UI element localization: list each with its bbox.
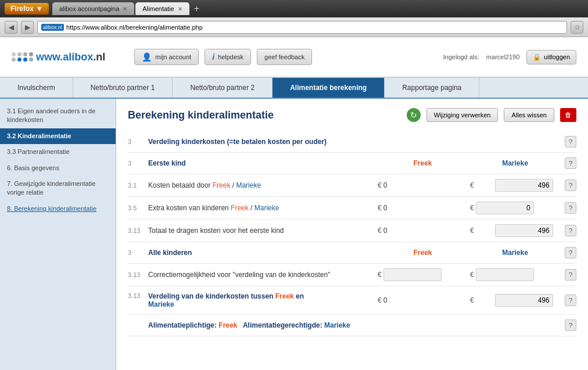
sidebar-item-eigen-aandeel[interactable]: 3.1 Eigen aandeel ouders in de kinderkos…	[0, 103, 116, 128]
new-tab-button[interactable]: +	[191, 2, 203, 15]
val-group-marieke: €	[470, 294, 560, 307]
browser-title-bar: Firefox ▼ alibox accountpagina ✕ Aliment…	[0, 0, 588, 17]
marieke-input[interactable]	[476, 202, 534, 214]
tab-alimentatie-close[interactable]: ✕	[178, 6, 182, 12]
delete-button[interactable]: 🗑	[560, 108, 576, 122]
delete-icon: 🗑	[565, 111, 572, 119]
sidebar-item-berekening[interactable]: 8. Berekening kinderalimentatie	[0, 201, 116, 217]
help-button[interactable]: ?	[565, 179, 576, 191]
tab-alibox-close[interactable]: ✕	[123, 6, 127, 12]
row-label: Kosten betaald door Freek / Marieke	[148, 181, 378, 189]
account-icon: 👤	[142, 52, 152, 62]
row-values: € 0 €	[378, 179, 560, 192]
val-group-freek: € 0	[378, 296, 468, 304]
row-label: Eerste kind	[148, 159, 378, 167]
help-button[interactable]: ?	[565, 157, 576, 169]
logo-dot	[17, 58, 21, 62]
freek-col-name: Freek	[378, 159, 468, 167]
refresh-icon: ↻	[410, 110, 417, 120]
help-button[interactable]: ?	[565, 136, 576, 148]
help-button[interactable]: ?	[565, 269, 576, 281]
page-title: Berekening kinderalimentatie	[128, 109, 401, 121]
logo-dot	[23, 52, 27, 56]
logo-dots	[12, 52, 34, 62]
freek-input[interactable]	[383, 268, 442, 281]
sidebar-item-basis-gegevens[interactable]: 6. Basis gegevens	[0, 160, 116, 176]
mijn-account-button[interactable]: 👤 mijn account	[134, 49, 199, 65]
tab-alimentatie-berekening[interactable]: Alimentatie berekening	[273, 78, 385, 98]
row-num: 3.5	[128, 204, 148, 211]
marieke-input[interactable]	[495, 224, 553, 237]
alles-wissen-button[interactable]: Alles wissen	[504, 108, 554, 122]
marieke-input[interactable]	[495, 294, 553, 307]
help-button[interactable]: ?	[565, 319, 576, 331]
mijn-account-label: mijn account	[155, 53, 191, 60]
logo: www.alibox.nl	[12, 51, 105, 63]
help-button[interactable]: ?	[565, 225, 576, 236]
marieke-col-name: Marieke	[470, 159, 560, 167]
helpdesk-button[interactable]: i helpdesk	[205, 49, 251, 65]
tab-netto-partner1[interactable]: Netto/bruto partner 1	[73, 78, 173, 98]
refresh-button[interactable]: ↻	[407, 108, 421, 122]
row-num: 3.13	[128, 271, 148, 278]
url-text: https://www.alibox.nl/berekening/aliment…	[66, 24, 203, 31]
lock-icon: 🔒	[533, 53, 541, 61]
freek-link[interactable]: Freek	[213, 181, 231, 189]
firefox-dropdown-icon: ▼	[36, 5, 43, 13]
row-num: 3.13	[128, 227, 148, 234]
val-group-marieke: €	[470, 224, 560, 237]
row-values: € 0 €	[378, 202, 560, 214]
val-group-marieke: €	[470, 179, 560, 192]
marieke-input[interactable]	[495, 179, 553, 192]
tab-alibox-label: alibox accountpagina	[59, 5, 119, 12]
sidebar-item-vorige-relatie[interactable]: 7. Gewijzigde kinderalimentatie vorige r…	[0, 176, 116, 201]
help-button[interactable]: ?	[565, 294, 576, 306]
row-label: Alle kinderen	[148, 249, 378, 257]
back-button[interactable]: ◀	[5, 21, 17, 34]
freek-link[interactable]: Freek	[275, 292, 294, 300]
tab-rapportage[interactable]: Rapportage pagina	[385, 78, 479, 98]
row-num: 3	[128, 160, 148, 167]
val-group-marieke: €	[470, 202, 560, 214]
row-3-1: 3.1 Kosten betaald door Freek / Marieke …	[128, 174, 576, 197]
tab-netto-partner2[interactable]: Netto/bruto partner 2	[173, 78, 273, 98]
url-bar[interactable]: alibox.nl https://www.alibox.nl/berekeni…	[37, 21, 567, 34]
firefox-button[interactable]: Firefox ▼	[5, 3, 49, 15]
forward-button[interactable]: ▶	[21, 21, 34, 34]
val-group-marieke: €	[470, 268, 560, 281]
sidebar-item-partneralimentatie[interactable]: 3.3 Partneralimentatie	[0, 144, 116, 160]
logout-button[interactable]: 🔒 uitloggen	[526, 50, 576, 64]
help-button[interactable]: ?	[565, 202, 576, 214]
wijziging-verwerken-button[interactable]: Wijziging verwerken	[426, 108, 499, 122]
marieke-input[interactable]	[476, 268, 534, 281]
marieke-link[interactable]: Marieke	[254, 204, 279, 212]
alimentatieplichtige-link[interactable]: Freek	[218, 321, 237, 329]
feedback-label: geef feedback	[264, 53, 304, 60]
sidebar-item-kinderalimentatie[interactable]: 3.2 Kinderalimentatie	[0, 128, 116, 144]
alimentatiegerechtigde-link[interactable]: Marieke	[324, 321, 350, 329]
row-3-13-verdeling: 3.13 Verdeling van de kinderkosten tusse…	[128, 286, 576, 315]
row-verdeling-header: 3 Verdeling kinderkosten (=te betalen ko…	[128, 131, 576, 153]
row-3-13-correctie: 3.13 Correctiemogelijkheid voor "verdeli…	[128, 264, 576, 286]
marieke-link[interactable]: Marieke	[236, 181, 261, 189]
row-num: 3	[128, 249, 148, 256]
val-freek: 0	[383, 181, 401, 189]
val-freek: 0	[383, 227, 401, 235]
row-alimentatieplichtige: Alimentatieplichtige: Freek Alimentatieg…	[128, 315, 576, 336]
url-favicon: alibox.nl	[41, 24, 64, 31]
app-header: www.alibox.nl 👤 mijn account i helpdesk …	[0, 37, 588, 78]
tab-alibox[interactable]: alibox accountpagina ✕	[52, 2, 134, 15]
tab-alimentatie[interactable]: Alimentatie ✕	[135, 2, 189, 15]
row-label: Extra kosten van kinderen Freek / Mariek…	[148, 204, 378, 212]
help-button[interactable]: ?	[565, 247, 576, 258]
row-values: € €	[378, 268, 560, 281]
row-label: Correctiemogelijkheid voor "verdeling va…	[148, 271, 378, 279]
tab-invulscherm[interactable]: Invulscherm	[0, 78, 73, 98]
bookmark-button[interactable]: ☆	[571, 21, 583, 34]
freek-link[interactable]: Freek	[231, 204, 249, 212]
logo-dot	[29, 52, 33, 56]
content-area: 3.1 Eigen aandeel ouders in de kinderkos…	[0, 99, 588, 370]
header-buttons: 👤 mijn account i helpdesk geef feedback	[134, 49, 312, 65]
marieke-link[interactable]: Marieke	[148, 300, 174, 308]
feedback-button[interactable]: geef feedback	[257, 49, 312, 65]
